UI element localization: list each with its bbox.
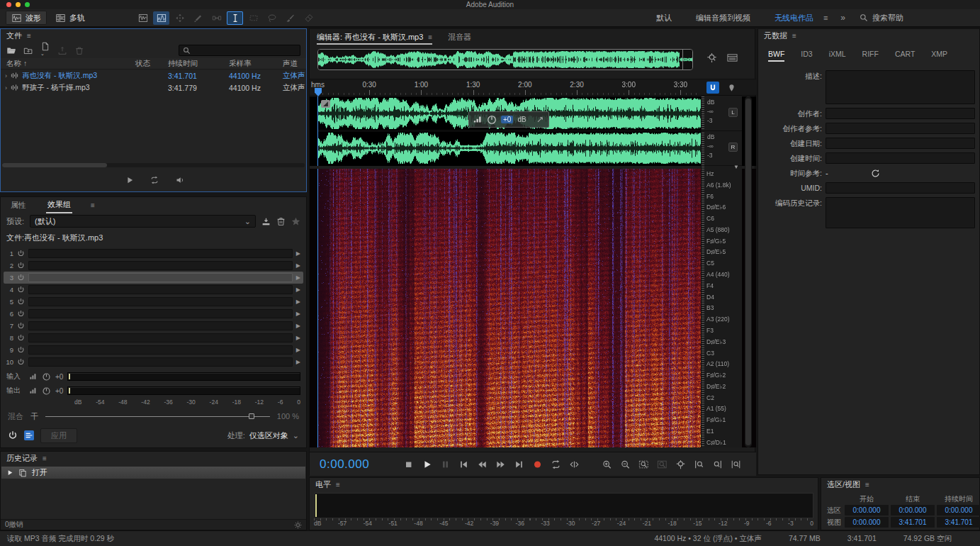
effect-slot-well[interactable] — [28, 321, 293, 330]
waveform-view-icon[interactable] — [135, 11, 151, 25]
hud-gain-value[interactable]: +0 — [501, 116, 513, 123]
metadata-panel-menu-icon[interactable]: ≡ — [792, 32, 796, 40]
knob-icon[interactable] — [42, 372, 51, 381]
workspace-menu-icon[interactable]: ≡ — [823, 13, 828, 22]
power-icon[interactable] — [17, 286, 25, 294]
effect-slot-1[interactable]: 1▶ — [4, 247, 303, 260]
zoom-out-time-button[interactable] — [616, 457, 634, 472]
selection-value[interactable]: 3:41.701 — [891, 517, 935, 528]
help-search[interactable] — [855, 11, 974, 24]
stop-button[interactable] — [399, 457, 417, 472]
zoom-selection-button[interactable] — [653, 457, 671, 472]
expand-chevron-icon[interactable]: › — [5, 84, 7, 91]
column-header-采样率[interactable]: 采样率 — [225, 59, 278, 69]
time-selection-tool-icon[interactable] — [227, 11, 243, 25]
close-button[interactable] — [6, 2, 11, 7]
favorite-star-icon[interactable] — [291, 217, 300, 226]
metadata-tab-XMP[interactable]: XMP — [931, 50, 947, 62]
effect-slot-9[interactable]: 9▶ — [4, 344, 303, 356]
scrollbar-thumb[interactable] — [2, 163, 107, 167]
slot-arrow-icon[interactable]: ▶ — [296, 335, 302, 341]
skip-to-previous-button[interactable] — [454, 457, 473, 472]
effect-slot-4[interactable]: 4▶ — [4, 284, 303, 296]
effect-slot-well[interactable] — [28, 345, 293, 355]
tab-mixer[interactable]: 混音器 — [448, 32, 471, 43]
effect-slot-well[interactable] — [28, 309, 293, 318]
export-file-icon[interactable] — [57, 46, 67, 55]
history-entry[interactable]: 打开 — [1, 467, 305, 479]
knob-icon[interactable] — [487, 115, 497, 125]
power-icon[interactable] — [17, 262, 25, 269]
column-header-状态[interactable]: 状态 — [131, 59, 164, 69]
marquee-selection-tool-icon[interactable] — [245, 11, 261, 25]
record-button[interactable] — [528, 457, 546, 472]
pause-button[interactable] — [436, 457, 454, 472]
mix-slider-handle[interactable] — [249, 413, 254, 419]
selection-value[interactable]: 0:00.000 — [845, 505, 889, 516]
slot-arrow-icon[interactable]: ▶ — [296, 262, 302, 269]
metadata-field-input[interactable] — [826, 108, 975, 119]
gear-icon[interactable] — [294, 521, 302, 529]
preset-dropdown[interactable]: (默认) ⌄ — [30, 215, 256, 228]
effect-slot-well[interactable] — [28, 285, 293, 294]
pin-icon[interactable] — [536, 116, 544, 123]
display-settings-icon[interactable] — [727, 52, 738, 63]
slip-tool-icon[interactable] — [208, 11, 225, 25]
metadata-field-input[interactable] — [826, 70, 975, 104]
loop-playback-button[interactable] — [546, 457, 565, 472]
multitrack-view-button[interactable]: 多轨 — [50, 11, 91, 25]
loop-preview-button[interactable] — [150, 176, 159, 184]
save-preset-icon[interactable] — [261, 217, 271, 226]
slot-arrow-icon[interactable]: ▶ — [296, 286, 302, 293]
preview-play-button[interactable] — [125, 176, 134, 184]
delete-preset-icon[interactable] — [276, 217, 286, 226]
levels-panel-menu-icon[interactable]: ≡ — [336, 481, 340, 489]
expand-chevron-icon[interactable]: › — [5, 72, 7, 79]
files-search-input[interactable] — [193, 47, 286, 55]
open-file-icon[interactable] — [6, 46, 16, 55]
import-file-icon[interactable] — [23, 46, 33, 55]
normalize-badge-icon[interactable] — [321, 100, 330, 108]
snap-magnet-icon[interactable] — [706, 82, 719, 94]
waveform-canvas[interactable] — [317, 96, 701, 166]
metadata-field-input[interactable] — [826, 138, 975, 149]
effect-slot-well[interactable] — [28, 333, 293, 342]
effect-slot-7[interactable]: 7▶ — [4, 320, 303, 332]
metadata-tab-BWF[interactable]: BWF — [768, 50, 784, 62]
files-panel-menu-icon[interactable]: ≡ — [27, 32, 31, 40]
rewind-button[interactable] — [473, 457, 491, 472]
skip-selection-button[interactable] — [565, 457, 583, 472]
metadata-tab-iXML[interactable]: iXML — [829, 50, 846, 62]
collapse-chevron-icon[interactable]: ▼ — [733, 164, 739, 170]
timeline-ruler[interactable]: hms 0:301:001:302:002:303:003:30 — [310, 79, 756, 96]
power-icon[interactable] — [17, 322, 25, 330]
help-search-input[interactable] — [872, 13, 950, 22]
slot-arrow-icon[interactable]: ▶ — [296, 250, 302, 257]
workspace-无线电作品[interactable]: 无线电作品 — [775, 13, 813, 23]
auto-play-speaker-icon[interactable] — [175, 176, 185, 184]
toggle-rack-icon[interactable] — [23, 430, 35, 440]
file-row[interactable]: ›再也没有 - 耿斯汉.mp33:41.70144100 Hz立体声3 — [1, 69, 306, 82]
metadata-field-input[interactable] — [826, 152, 975, 164]
slot-arrow-icon[interactable]: ▶ — [296, 323, 302, 329]
playhead-time-display[interactable]: 0:00.000 — [320, 457, 399, 472]
workspace-编辑音频到视频[interactable]: 编辑音频到视频 — [696, 13, 750, 23]
knob-icon[interactable] — [42, 386, 51, 396]
column-header-持续时间[interactable]: 持续时间 — [164, 59, 225, 69]
move-tool-icon[interactable] — [171, 11, 188, 25]
maximize-button[interactable] — [25, 2, 30, 7]
power-icon[interactable] — [17, 334, 25, 342]
tab-editor[interactable]: 编辑器: 再也没有 - 耿斯汉.mp3 ≡ — [317, 29, 432, 45]
power-icon[interactable] — [17, 298, 25, 306]
zoom-to-selection-button[interactable] — [634, 457, 653, 472]
slot-arrow-icon[interactable]: ▶ — [296, 299, 302, 305]
selection-value[interactable]: 0:00.000 — [937, 505, 980, 516]
effect-slot-well[interactable] — [28, 297, 293, 306]
volume-hud[interactable]: +0 dB — [468, 111, 549, 128]
mix-slider[interactable] — [45, 416, 270, 417]
metadata-field-input[interactable] — [826, 123, 975, 134]
history-panel-menu-icon[interactable]: ≡ — [43, 455, 47, 462]
metadata-tab-RIFF[interactable]: RIFF — [862, 50, 879, 62]
scrollbar-thumb[interactable] — [745, 99, 751, 445]
right-channel-button[interactable]: R — [728, 143, 738, 152]
